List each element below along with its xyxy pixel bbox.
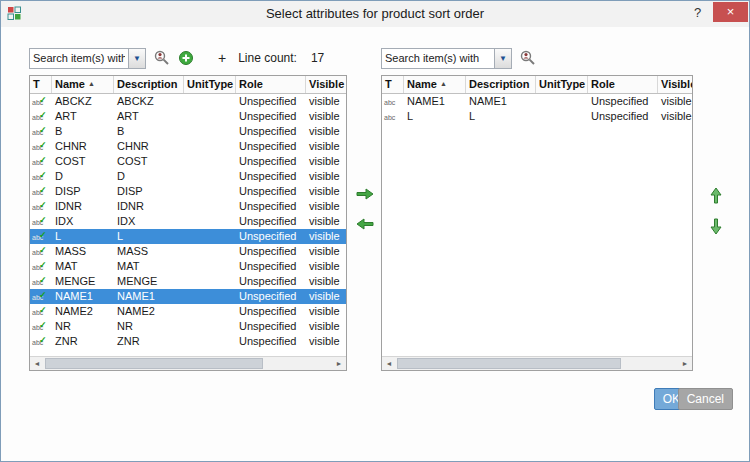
scroll-thumb[interactable] xyxy=(45,358,263,369)
cell-role: Unspecified xyxy=(236,154,306,169)
left-search-dropdown-button[interactable]: ▼ xyxy=(128,49,145,68)
cell-unittype xyxy=(184,274,236,289)
scroll-thumb[interactable] xyxy=(397,358,621,369)
right-search-dropdown-button[interactable]: ▼ xyxy=(494,49,511,68)
move-down-arrow-button[interactable] xyxy=(709,217,723,235)
column-header-unittype[interactable]: UnitType xyxy=(184,76,236,93)
cell-type: abc✓ xyxy=(30,154,52,169)
table-row-l[interactable]: abcLLUnspecifiedvisible xyxy=(382,109,692,124)
cell-role: Unspecified xyxy=(236,199,306,214)
check-icon: ✓ xyxy=(39,94,47,108)
column-header-t[interactable]: T xyxy=(382,76,404,93)
table-row-mat[interactable]: abc✓MATMATUnspecifiedvisible xyxy=(30,259,346,274)
text-attribute-checked-icon: abc✓ xyxy=(32,244,50,257)
table-row-name1[interactable]: abc✓NAME1NAME1Unspecifiedvisible xyxy=(30,289,346,304)
add-green-plus-icon[interactable] xyxy=(178,50,194,66)
search-user-icon[interactable] xyxy=(154,50,170,66)
cell-visible: visible xyxy=(306,289,346,304)
text-attribute-checked-icon: abc✓ xyxy=(32,319,50,332)
left-toolbar: ▼ + Line count: 17 xyxy=(29,47,324,69)
table-row-abckz[interactable]: abc✓ABCKZABCKZUnspecifiedvisible xyxy=(30,94,346,109)
check-icon: ✓ xyxy=(39,184,47,198)
cell-name: MENGE xyxy=(52,274,114,289)
table-row-d[interactable]: abc✓DDUnspecifiedvisible xyxy=(30,169,346,184)
column-header-visible[interactable]: Visible xyxy=(306,76,347,93)
table-row-cost[interactable]: abc✓COSTCOSTUnspecifiedvisible xyxy=(30,154,346,169)
cell-name: DISP xyxy=(52,184,114,199)
check-icon: ✓ xyxy=(39,169,47,183)
cell-name: L xyxy=(404,109,466,124)
plus-label[interactable]: + xyxy=(218,50,226,66)
cell-unittype xyxy=(184,109,236,124)
cell-description: MASS xyxy=(114,244,184,259)
check-icon: ✓ xyxy=(39,319,47,333)
right-search-input[interactable] xyxy=(382,49,494,68)
cell-name: COST xyxy=(52,154,114,169)
cell-role: Unspecified xyxy=(236,214,306,229)
table-row-name1[interactable]: abcNAME1NAME1Unspecifiedvisible xyxy=(382,94,692,109)
column-header-name[interactable]: Name▲ xyxy=(52,76,114,93)
cancel-button[interactable]: Cancel xyxy=(678,388,733,410)
column-header-description[interactable]: Description xyxy=(466,76,536,93)
table-row-mass[interactable]: abc✓MASSMASSUnspecifiedvisible xyxy=(30,244,346,259)
column-header-label: Role xyxy=(239,78,263,90)
cell-description: ART xyxy=(114,109,184,124)
cell-unittype xyxy=(184,229,236,244)
table-row-disp[interactable]: abc✓DISPDISPUnspecifiedvisible xyxy=(30,184,346,199)
help-button[interactable]: ? xyxy=(684,2,711,22)
table-row-b[interactable]: abc✓BBUnspecifiedvisible xyxy=(30,124,346,139)
left-search-input[interactable] xyxy=(30,49,128,68)
cell-type: abc✓ xyxy=(30,244,52,259)
column-header-unittype[interactable]: UnitType xyxy=(536,76,588,93)
check-icon: ✓ xyxy=(39,214,47,228)
column-header-label: Description xyxy=(117,78,178,90)
cell-visible: visible xyxy=(658,94,692,109)
text-attribute-checked-icon: abc✓ xyxy=(32,259,50,272)
cell-type: abc✓ xyxy=(30,334,52,349)
cell-visible: visible xyxy=(306,139,346,154)
move-left-arrow-button[interactable] xyxy=(355,217,375,231)
dialog-window: Select attributes for product sort order… xyxy=(0,0,750,462)
table-row-name2[interactable]: abc✓NAME2NAME2Unspecifiedvisible xyxy=(30,304,346,319)
check-icon: ✓ xyxy=(39,124,47,138)
cell-name: IDNR xyxy=(52,199,114,214)
table-row-idnr[interactable]: abc✓IDNRIDNRUnspecifiedvisible xyxy=(30,199,346,214)
cell-name: B xyxy=(52,124,114,139)
cell-visible: visible xyxy=(306,199,346,214)
column-header-label: Name xyxy=(55,78,85,90)
cell-role: Unspecified xyxy=(236,229,306,244)
text-attribute-checked-icon: abc✓ xyxy=(32,274,50,287)
table-row-idx[interactable]: abc✓IDXIDXUnspecifiedvisible xyxy=(30,214,346,229)
table-row-znr[interactable]: abc✓ZNRZNRUnspecifiedvisible xyxy=(30,334,346,349)
column-header-t[interactable]: T xyxy=(30,76,52,93)
column-header-name[interactable]: Name▲ xyxy=(404,76,466,93)
check-icon: ✓ xyxy=(39,109,47,123)
cell-role: Unspecified xyxy=(236,94,306,109)
scroll-left-button[interactable]: ◄ xyxy=(382,357,396,370)
horizontal-scrollbar[interactable]: ◄ ► xyxy=(382,356,692,370)
column-header-description[interactable]: Description xyxy=(114,76,184,93)
move-right-arrow-button[interactable] xyxy=(355,187,375,201)
table-row-nr[interactable]: abc✓NRNRUnspecifiedvisible xyxy=(30,319,346,334)
cell-unittype xyxy=(184,214,236,229)
scroll-left-button[interactable]: ◄ xyxy=(30,357,44,370)
column-header-role[interactable]: Role xyxy=(236,76,306,93)
column-header-visible[interactable]: Visible xyxy=(658,76,693,93)
search-user-icon[interactable] xyxy=(520,50,536,66)
scroll-right-button[interactable]: ► xyxy=(678,357,692,370)
column-header-role[interactable]: Role xyxy=(588,76,658,93)
scroll-right-button[interactable]: ► xyxy=(332,357,346,370)
horizontal-scrollbar[interactable]: ◄ ► xyxy=(30,356,346,370)
table-row-chnr[interactable]: abc✓CHNRCHNRUnspecifiedvisible xyxy=(30,139,346,154)
cell-unittype xyxy=(184,304,236,319)
table-row-art[interactable]: abc✓ARTARTUnspecifiedvisible xyxy=(30,109,346,124)
cell-type: abc✓ xyxy=(30,214,52,229)
cell-unittype xyxy=(184,259,236,274)
column-header-label: Visible xyxy=(661,78,693,90)
move-up-arrow-button[interactable] xyxy=(709,187,723,205)
cell-visible: visible xyxy=(306,304,346,319)
text-attribute-checked-icon: abc✓ xyxy=(32,154,50,167)
table-row-l[interactable]: abc✓LLUnspecifiedvisible xyxy=(30,229,346,244)
close-button[interactable]: × xyxy=(713,2,748,22)
table-row-menge[interactable]: abc✓MENGEMENGEUnspecifiedvisible xyxy=(30,274,346,289)
